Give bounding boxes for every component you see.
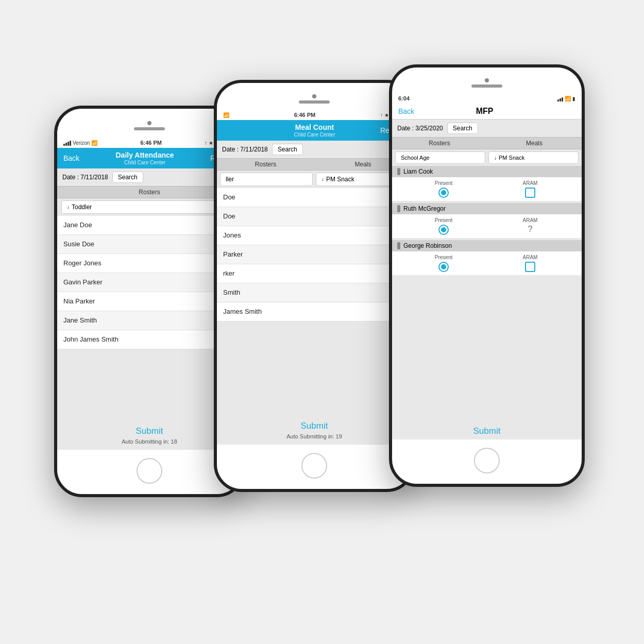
carrier-area: 📶: [223, 112, 229, 118]
home-button[interactable]: [474, 448, 500, 473]
table-row[interactable]: Smith: [217, 283, 412, 302]
present-checkbox[interactable]: [438, 262, 449, 272]
phone-bottom: [217, 445, 412, 489]
person-name-row: Liam Cook: [392, 166, 582, 177]
check-row: Present ARAM: [392, 251, 582, 275]
title-group: Daily Attendance Child Care Center: [116, 151, 174, 165]
present-col: Present: [400, 180, 487, 198]
wifi-icon: 📶: [565, 96, 571, 101]
app-title: Meal Count: [294, 123, 335, 132]
columns-header: Rosters Meals: [217, 158, 412, 171]
date-label: Date : 7/11/2018: [222, 146, 268, 153]
auto-submit-label: Auto Submitting in: 19: [286, 433, 342, 439]
date-label: Date : 7/11/2018: [62, 174, 108, 181]
right-status-icons: 📶 ▮: [557, 95, 575, 101]
back-button[interactable]: Back: [398, 107, 414, 115]
date-row: Date : 7/11/2018 Search: [217, 141, 412, 158]
person-name-row: Ruth McGregor: [392, 203, 582, 214]
meal-value: PM Snack: [326, 176, 354, 183]
person-name: George Robinson: [403, 242, 452, 249]
aram-col: ARAM ?: [487, 217, 573, 235]
submit-button[interactable]: Submit: [392, 426, 582, 436]
bt-icon: ★: [384, 112, 389, 118]
dropdowns-row: School Age ↓ PM Snack: [392, 149, 582, 166]
meals-header: Meals: [487, 138, 582, 149]
mfp-person: Ruth McGregor Present ARAM ?: [392, 203, 582, 238]
table-row[interactable]: Doe: [217, 207, 412, 226]
columns-header: Rosters Meals: [392, 137, 582, 149]
aram-checkbox[interactable]: [525, 188, 535, 198]
screen: Date : 3/25/2020 Search Rosters Meals Sc…: [392, 120, 582, 439]
carrier: Verizon 📶: [63, 140, 97, 146]
dropdowns-row: ller ↓ PM Snack: [217, 171, 412, 188]
indicator: [397, 242, 400, 249]
aram-checkbox[interactable]: [525, 262, 535, 272]
aram-col: ARAM: [487, 180, 573, 198]
auto-submit-label: Auto Submitting in: 18: [122, 438, 177, 445]
submit-area: Submit: [392, 421, 582, 439]
app-subtitle: Child Care Center: [116, 160, 174, 165]
app-header: Back MFP: [392, 104, 582, 120]
aram-label: ARAM: [523, 217, 538, 223]
signal-icon: [557, 95, 563, 101]
back-button[interactable]: Back: [63, 154, 79, 162]
person-name: Liam Cook: [403, 168, 433, 175]
wifi-icon: 📶: [223, 112, 229, 118]
check-row: Present ARAM ?: [392, 214, 582, 238]
home-button[interactable]: [301, 453, 327, 479]
camera: [147, 121, 151, 125]
speaker: [134, 127, 165, 130]
present-checkbox[interactable]: [438, 225, 449, 235]
roster-dropdown[interactable]: ↓ Toddler: [61, 200, 238, 214]
search-button[interactable]: Search: [447, 123, 478, 134]
mfp-list: Liam Cook Present ARAM: [392, 166, 582, 421]
app-header: Meal Count Child Care Center Refresh: [217, 120, 412, 141]
meal-dropdown[interactable]: ↓ PM Snack: [488, 151, 579, 164]
submit-button[interactable]: Submit: [217, 421, 412, 431]
meal-value: PM Snack: [499, 155, 524, 161]
table-row[interactable]: rker: [217, 264, 412, 283]
roster-dropdown[interactable]: School Age: [395, 151, 485, 164]
camera: [312, 94, 316, 98]
mfp-person: George Robinson Present ARAM: [392, 240, 582, 275]
phone-mfp: 6:04 📶 ▮ Back MFP: [389, 64, 585, 487]
signal-icon: [63, 140, 71, 146]
submit-area: Submit Auto Submitting in: 19: [217, 321, 412, 445]
date-label: Date : 3/25/2020: [397, 125, 443, 132]
table-row[interactable]: Doe: [217, 188, 412, 207]
app-title: Daily Attendance: [116, 151, 174, 160]
table-row[interactable]: James Smith: [217, 302, 412, 321]
rosters-header: Rosters: [217, 159, 314, 170]
nav-icon: ↑: [380, 112, 383, 118]
present-checkbox[interactable]: [438, 188, 449, 198]
wifi-icon: 📶: [91, 140, 97, 146]
search-button[interactable]: Search: [112, 172, 143, 183]
camera: [485, 78, 489, 82]
status-bar: 📶 6:46 PM ↑ ★ 22% ▮: [217, 110, 412, 120]
home-button[interactable]: [137, 458, 162, 484]
roster-value: School Age: [401, 155, 430, 161]
mfp-person: Liam Cook Present ARAM: [392, 166, 582, 201]
roster-dropdown[interactable]: ller: [220, 173, 313, 186]
present-label: Present: [435, 180, 452, 186]
arrow-icon: ↓: [321, 176, 324, 182]
aram-col: ARAM: [487, 255, 573, 272]
phone-bottom: [392, 439, 582, 484]
aram-question-mark: ?: [528, 225, 533, 234]
indicator: [397, 168, 400, 175]
search-button[interactable]: Search: [272, 144, 303, 155]
phone-meal-count: 📶 6:46 PM ↑ ★ 22% ▮ Meal Count Child Car…: [214, 80, 415, 492]
indicator: [397, 205, 400, 212]
app-subtitle: Child Care Center: [294, 132, 335, 138]
roster-value: ller: [226, 176, 234, 183]
arrow-icon: ↓: [494, 155, 497, 161]
present-col: Present: [400, 255, 487, 272]
present-label: Present: [435, 217, 452, 223]
nav-icon: ↑: [205, 140, 207, 146]
table-row[interactable]: Jones: [217, 226, 412, 245]
table-row[interactable]: Parker: [217, 245, 412, 264]
person-name-row: George Robinson: [392, 240, 582, 251]
arrow-icon: ↓: [67, 204, 70, 210]
scene: Verizon 📶 6:46 PM ↑ ★ ✿ 22% ▮ Back Daily…: [39, 39, 605, 605]
speaker: [471, 84, 502, 88]
